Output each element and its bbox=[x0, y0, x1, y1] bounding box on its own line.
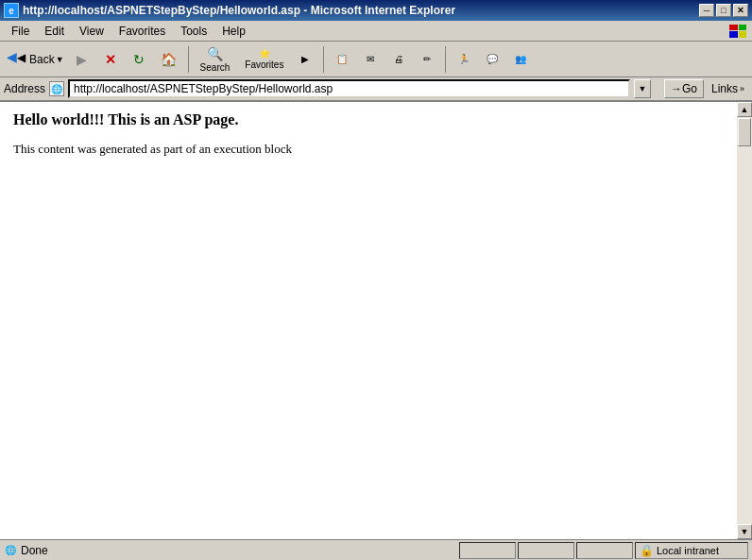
page-body-text: This content was generated as part of an… bbox=[13, 142, 724, 157]
menu-help[interactable]: Help bbox=[214, 23, 253, 40]
address-icon: 🌐 bbox=[49, 81, 64, 96]
zone-icon: 🔒 bbox=[640, 544, 654, 557]
page-heading: Hello world!!! This is an ASP page. bbox=[13, 111, 724, 128]
mail-button[interactable]: ✉ bbox=[357, 44, 384, 75]
favorites-label: Favorites bbox=[245, 59, 283, 70]
status-panel-3 bbox=[576, 542, 633, 559]
title-bar: e http://localhost/ASPNETStepByStep/Hell… bbox=[0, 0, 752, 21]
menu-tools[interactable]: Tools bbox=[173, 23, 214, 40]
title-bar-left: e http://localhost/ASPNETStepByStep/Hell… bbox=[4, 3, 455, 18]
links-button[interactable]: Links » bbox=[708, 79, 748, 98]
media-icon: ▶ bbox=[301, 54, 309, 64]
close-button[interactable]: ✕ bbox=[733, 4, 748, 17]
status-panel-2 bbox=[518, 542, 574, 559]
stop-button[interactable]: ✕ bbox=[97, 44, 124, 75]
scrollbar[interactable]: ▲ ▼ bbox=[737, 102, 752, 539]
ie-icon: e bbox=[4, 3, 19, 18]
status-panels: 🔒 Local intranet bbox=[459, 542, 748, 559]
favorites-icon: ⭐ bbox=[259, 48, 270, 59]
stop-icon: ✕ bbox=[105, 52, 116, 67]
history-button[interactable]: 📋 bbox=[329, 44, 355, 75]
separator-1 bbox=[188, 46, 189, 73]
refresh-button[interactable]: ↻ bbox=[126, 44, 152, 75]
content-wrapper: Hello world!!! This is an ASP page. This… bbox=[0, 102, 752, 539]
menu-view[interactable]: View bbox=[72, 23, 111, 40]
home-button[interactable]: 🏠 bbox=[154, 44, 183, 75]
search-label: Search bbox=[200, 62, 231, 73]
windows-flag bbox=[727, 23, 748, 40]
address-dropdown[interactable]: ▼ bbox=[634, 79, 651, 98]
discussion-icon: 💬 bbox=[487, 54, 498, 64]
address-label: Address bbox=[4, 82, 45, 95]
mail-icon: ✉ bbox=[367, 54, 374, 64]
go-label: Go bbox=[682, 82, 697, 95]
forward-icon: ▶ bbox=[77, 52, 87, 67]
window-title: http://localhost/ASPNETStepByStep/Hellow… bbox=[23, 4, 455, 17]
search-icon: 🔍 bbox=[207, 46, 223, 61]
print-icon: 🖨 bbox=[394, 54, 403, 64]
status-icon: 🌐 bbox=[4, 544, 17, 557]
print-button[interactable]: 🖨 bbox=[385, 44, 412, 75]
menu-bar: File Edit View Favorites Tools Help bbox=[0, 21, 752, 42]
address-bar: Address 🌐 ▼ → Go Links » bbox=[0, 77, 752, 102]
edit-icon: ✏ bbox=[423, 54, 431, 64]
person-icon: 🏃 bbox=[458, 54, 470, 64]
menu-favorites[interactable]: Favorites bbox=[111, 23, 173, 40]
scroll-up-button[interactable]: ▲ bbox=[737, 102, 752, 117]
history-icon: 📋 bbox=[336, 54, 348, 64]
status-panel-1 bbox=[459, 542, 516, 559]
back-label: Back bbox=[29, 53, 55, 66]
minimize-button[interactable]: ─ bbox=[699, 4, 714, 17]
toolbar: ◀ Back ▼ ▶ ✕ ↻ 🏠 🔍 Search ⭐ Favorites ▶ … bbox=[0, 42, 752, 77]
back-icon: ◀ bbox=[7, 49, 27, 70]
refresh-icon: ↻ bbox=[133, 52, 145, 67]
discussion-button[interactable]: 💬 bbox=[479, 44, 505, 75]
home-icon: 🏠 bbox=[161, 52, 177, 67]
forward-button[interactable]: ▶ bbox=[69, 44, 95, 75]
menu-edit[interactable]: Edit bbox=[37, 23, 72, 40]
status-bar: 🌐 Done 🔒 Local intranet bbox=[0, 539, 752, 560]
status-text: Done bbox=[21, 544, 48, 557]
title-bar-buttons[interactable]: ─ □ ✕ bbox=[699, 4, 748, 17]
users-button[interactable]: 👥 bbox=[507, 44, 534, 75]
zone-label: Local intranet bbox=[657, 545, 719, 556]
scroll-down-button[interactable]: ▼ bbox=[737, 524, 752, 539]
separator-2 bbox=[323, 46, 324, 73]
favorites-button[interactable]: ⭐ Favorites bbox=[238, 44, 290, 75]
address-input[interactable] bbox=[68, 79, 630, 98]
media-button[interactable]: ▶ bbox=[292, 44, 318, 75]
scrollbar-thumb[interactable] bbox=[738, 118, 751, 146]
maximize-button[interactable]: □ bbox=[716, 4, 731, 17]
back-button[interactable]: ◀ Back ▼ bbox=[4, 44, 67, 75]
go-icon: → bbox=[671, 82, 682, 95]
menu-file[interactable]: File bbox=[4, 23, 37, 40]
back-dropdown-icon[interactable]: ▼ bbox=[56, 55, 64, 64]
links-arrow-icon: » bbox=[740, 84, 744, 93]
users-icon: 👥 bbox=[515, 54, 526, 64]
person-button[interactable]: 🏃 bbox=[451, 44, 477, 75]
main-content: Hello world!!! This is an ASP page. This… bbox=[0, 102, 737, 539]
links-label: Links bbox=[711, 82, 738, 95]
go-button[interactable]: → Go bbox=[664, 79, 704, 98]
separator-3 bbox=[445, 46, 446, 73]
status-zone-panel: 🔒 Local intranet bbox=[635, 542, 748, 559]
edit-button[interactable]: ✏ bbox=[414, 44, 440, 75]
scrollbar-track bbox=[737, 117, 752, 524]
search-button[interactable]: 🔍 Search bbox=[194, 44, 237, 75]
